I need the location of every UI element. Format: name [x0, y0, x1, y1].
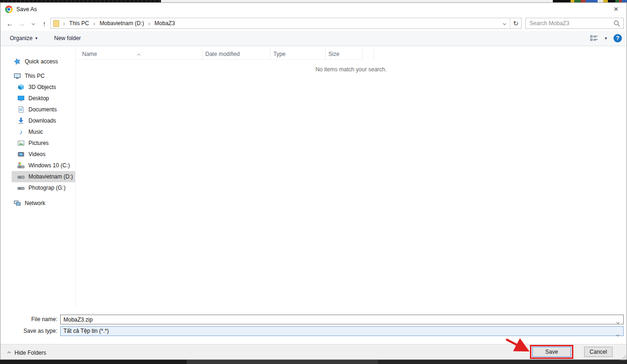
windows-drive-icon: [17, 162, 25, 169]
forward-icon: →: [18, 20, 25, 27]
column-header-row: Name Date modified Type Size: [76, 48, 374, 60]
sidebar-item-label: Music: [28, 129, 43, 135]
chevron-down-icon: [31, 21, 35, 25]
sidebar-item-label: Photograp (G:): [28, 185, 65, 191]
column-header-spacer: [363, 48, 374, 60]
address-dropdown-button[interactable]: [499, 18, 510, 28]
sidebar-item-network[interactable]: Network: [12, 198, 75, 209]
resize-grip[interactable]: [621, 356, 622, 357]
details-view-icon[interactable]: [590, 35, 598, 41]
cancel-button[interactable]: Cancel: [584, 347, 613, 357]
chrome-icon: [5, 6, 13, 13]
organize-label: Organize: [10, 35, 33, 41]
document-icon: [17, 106, 25, 113]
file-name-input[interactable]: [61, 315, 623, 324]
column-header-name[interactable]: Name: [76, 48, 202, 60]
help-button[interactable]: ?: [613, 34, 622, 42]
sidebar-item-pictures[interactable]: Pictures: [12, 137, 75, 149]
sort-ascending-icon: [138, 49, 140, 60]
film-icon: [17, 151, 25, 158]
breadcrumb-mobaz3[interactable]: MobaZ3: [151, 18, 178, 28]
sidebar-item-videos[interactable]: Videos: [12, 149, 75, 160]
background-bottom-segment: [378, 360, 627, 364]
dialog-body: Quick access This PC 3D Objects Desktop: [0, 46, 627, 307]
breadcrumb-mobavietnam-drive[interactable]: Mobavietnam (D:): [96, 18, 147, 28]
sidebar-item-label: Pictures: [28, 140, 49, 146]
background-bottom-strip: [0, 360, 627, 364]
breadcrumb-this-pc[interactable]: This PC: [66, 18, 92, 28]
hide-folders-label: Hide Folders: [14, 350, 46, 356]
views-caret-icon[interactable]: ▾: [605, 36, 607, 41]
close-button[interactable]: ×: [606, 3, 627, 16]
search-icon[interactable]: [613, 20, 620, 27]
search-box: [525, 18, 624, 29]
save-button[interactable]: Save: [532, 347, 571, 357]
sidebar-item-desktop[interactable]: Desktop: [12, 93, 75, 104]
star-icon: [14, 58, 21, 65]
empty-list-message: No items match your search.: [76, 66, 627, 73]
sidebar-item-this-pc[interactable]: This PC: [12, 70, 75, 82]
save-as-type-value: Tất cả Tệp tin (*.*): [63, 328, 109, 334]
sidebar-item-label: Desktop: [28, 95, 49, 102]
download-arrow-icon: [17, 117, 25, 124]
sidebar-item-3d-objects[interactable]: 3D Objects: [12, 82, 75, 93]
address-bar[interactable]: › This PC › Mobavietnam (D:) › MobaZ3 ↻: [50, 18, 522, 29]
sidebar-item-photograp-g-drive[interactable]: Photograp (G:): [12, 182, 75, 193]
column-header-date-modified[interactable]: Date modified: [202, 48, 271, 60]
search-input[interactable]: [526, 18, 623, 28]
save-as-type-label: Save as type:: [0, 326, 57, 336]
sidebar-item-music[interactable]: ♪ Music: [12, 126, 75, 137]
music-note-icon: ♪: [17, 128, 25, 136]
column-header-type[interactable]: Type: [271, 48, 326, 60]
drive-icon: [17, 184, 25, 192]
file-fields-panel: File name: Save as type: Tất cả Tệp tin …: [0, 307, 627, 344]
sidebar-item-windows-c-drive[interactable]: Windows 10 (C:): [12, 160, 75, 171]
sidebar-item-label: This PC: [25, 73, 45, 79]
window-title: Save As: [16, 3, 37, 16]
refresh-button[interactable]: ↻: [510, 18, 521, 28]
cube-icon: [17, 83, 25, 91]
desktop-icon: [17, 95, 25, 102]
sidebar-item-label: Network: [25, 200, 45, 206]
up-icon: ↑: [42, 20, 46, 27]
forward-button[interactable]: →: [16, 18, 27, 29]
breadcrumb-separator: ›: [62, 20, 66, 27]
column-header-size[interactable]: Size: [326, 48, 363, 60]
up-button[interactable]: ↑: [39, 18, 50, 29]
sidebar-item-label: Windows 10 (C:): [28, 162, 70, 169]
navigation-sidebar: Quick access This PC 3D Objects Desktop: [0, 46, 76, 307]
refresh-icon: ↻: [513, 20, 519, 27]
sidebar-item-downloads[interactable]: Downloads: [12, 115, 75, 126]
chevron-down-icon: [502, 21, 506, 25]
file-name-label: File name:: [0, 315, 57, 324]
back-button[interactable]: ←: [4, 18, 15, 29]
breadcrumb-separator: ›: [92, 20, 96, 27]
chevron-down-icon[interactable]: [617, 318, 619, 325]
recent-locations-button[interactable]: [28, 18, 39, 29]
sidebar-item-quick-access[interactable]: Quick access: [12, 56, 75, 67]
folder-icon: [53, 20, 59, 27]
save-as-type-select[interactable]: Tất cả Tệp tin (*.*): [60, 326, 624, 336]
sidebar-item-label: Downloads: [28, 117, 56, 124]
close-icon: ×: [614, 5, 619, 14]
picture-icon: [17, 139, 25, 147]
sidebar-item-mobavietnam-d-drive[interactable]: Mobavietnam (D:): [12, 171, 75, 182]
title-bar: Save As ×: [0, 3, 627, 16]
navigation-row: ← → ↑ › This PC › Mobavietnam (D:) › Mob…: [0, 16, 627, 31]
command-toolbar: Organize ▾ New folder ▾ ?: [0, 31, 627, 46]
chevron-down-icon: [617, 330, 619, 339]
sidebar-item-label: 3D Objects: [28, 84, 56, 90]
drive-icon: [17, 173, 25, 180]
save-as-dialog: Save As × ← → ↑ › This PC › Mobavietnam …: [0, 2, 627, 360]
file-name-combobox: [60, 315, 624, 324]
caret-down-icon: ▾: [35, 36, 38, 41]
organize-button[interactable]: Organize ▾: [6, 31, 41, 46]
hide-folders-button[interactable]: Hide Folders: [8, 349, 46, 357]
sidebar-item-label: Mobavietnam (D:): [28, 173, 73, 180]
back-icon: ←: [7, 20, 14, 27]
new-folder-button[interactable]: New folder: [50, 31, 84, 46]
sidebar-item-documents[interactable]: Documents: [12, 104, 75, 115]
file-list-area: Name Date modified Type Size No items ma…: [76, 46, 627, 307]
sidebar-item-label: Videos: [28, 151, 45, 158]
sidebar-item-label: Documents: [28, 106, 57, 113]
